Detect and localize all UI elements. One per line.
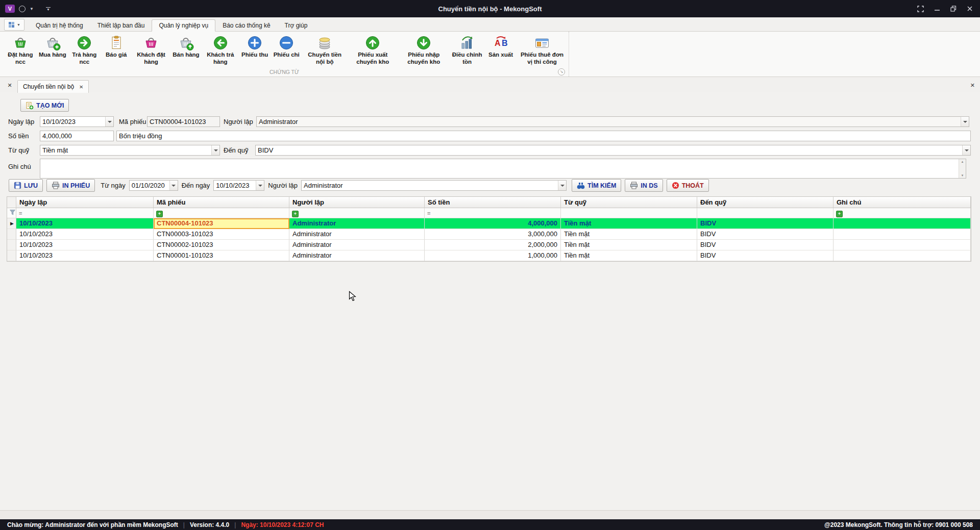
edit-filter-icon[interactable]: +	[156, 211, 163, 217]
table-row[interactable]: 10/10/2023CTN00003-101023Administrator3,…	[7, 229, 971, 240]
ribbon-item[interactable]: ABSản xuất	[485, 33, 517, 59]
grid-cell[interactable]: 1,000,000	[425, 250, 561, 261]
exit-button[interactable]: THOÁT	[667, 179, 709, 192]
close-icon[interactable]	[967, 6, 973, 12]
filter-cell[interactable]: =	[16, 208, 154, 218]
creator-combo[interactable]: Administrator	[256, 116, 969, 127]
ribbon-item[interactable]: Điều chỉnh tồn	[449, 33, 485, 66]
grid-cell[interactable]: Tiền mặt	[561, 250, 697, 261]
grid-cell[interactable]: Administrator	[289, 250, 425, 261]
grid-cell[interactable]: Tiền mặt	[561, 229, 697, 240]
ribbon-item[interactable]: Trả hàng ncc	[68, 33, 101, 66]
restore-icon[interactable]	[950, 6, 957, 12]
filter-cell[interactable]: +	[834, 208, 971, 218]
ribbon-tab[interactable]: Quản trị hệ thống	[29, 19, 90, 32]
scroll-arrows-icon[interactable]: ▲▼	[959, 159, 966, 178]
grid-cell[interactable]	[834, 229, 971, 240]
grid-cell[interactable]: 4,000,000	[425, 218, 561, 229]
table-row[interactable]: ▶10/10/2023CTN00004-101023Administrator4…	[7, 218, 971, 229]
grid-cell[interactable]: 10/10/2023	[16, 240, 154, 250]
equals-filter-icon[interactable]: =	[427, 210, 430, 216]
ribbon-item[interactable]: Phiếu thuê đơn vị thi công	[517, 33, 568, 66]
edit-filter-icon[interactable]: +	[836, 211, 843, 217]
ribbon-item[interactable]: Bán hàng	[170, 33, 202, 59]
filter-cell[interactable]: +	[289, 208, 425, 218]
date-combo[interactable]: 10/10/2023	[40, 116, 114, 127]
search-creator-combo[interactable]: Administrator	[301, 180, 567, 191]
ribbon-item[interactable]: Chuyển tiền nội bộ	[302, 33, 347, 66]
grid-cell[interactable]: Administrator	[289, 229, 425, 240]
column-header[interactable]: Từ quỹ	[561, 197, 697, 208]
grid-cell[interactable]: 3,000,000	[425, 229, 561, 240]
from-fund-combo[interactable]: Tiền mặt	[40, 145, 220, 156]
dropdown-arrow-icon[interactable]	[256, 181, 264, 190]
amount-input[interactable]	[40, 131, 114, 141]
ribbon-item[interactable]: Phiếu xuất chuyển kho	[347, 33, 398, 66]
fit-screen-icon[interactable]	[917, 6, 924, 12]
ribbon-item[interactable]: Phiếu nhập chuyển kho	[398, 33, 449, 66]
note-textarea[interactable]	[40, 159, 966, 179]
grid-cell[interactable]: CTN00002-101023	[154, 240, 289, 250]
column-header[interactable]: Mã phiếu	[154, 197, 289, 208]
group-dialog-launcher-icon[interactable]: ↘	[558, 68, 565, 75]
filter-cell[interactable]	[697, 208, 834, 218]
close-tab-left-icon[interactable]: ✕	[5, 81, 14, 90]
close-tab-right-icon[interactable]: ✕	[970, 82, 975, 89]
dropdown-arrow-icon[interactable]	[211, 145, 219, 155]
ribbon-tab[interactable]: Báo cáo thống kê	[215, 19, 277, 32]
grid-cell[interactable]: CTN00004-101023	[154, 218, 289, 229]
from-date-combo[interactable]: 01/10/2020	[129, 180, 178, 191]
grid-cell[interactable]: CTN00001-101023	[154, 250, 289, 261]
column-header[interactable]: Ngày lập	[16, 197, 154, 208]
ribbon-item[interactable]: Phiếu thu	[239, 33, 271, 59]
grid-cell[interactable]: 10/10/2023	[16, 250, 154, 261]
ribbon-item[interactable]: Khách đặt hàng	[132, 33, 170, 66]
grid-cell[interactable]: 2,000,000	[425, 240, 561, 250]
grid-cell[interactable]: 10/10/2023	[16, 229, 154, 240]
grid-cell[interactable]: Administrator	[289, 218, 425, 229]
ribbon-tab[interactable]: Thiết lập ban đầu	[90, 19, 152, 32]
create-new-button[interactable]: TẠO MỚI	[20, 99, 69, 112]
grid-cell[interactable]	[834, 240, 971, 250]
tab-close-icon[interactable]: ✕	[79, 84, 83, 90]
column-header[interactable]: Đến quỹ	[697, 197, 834, 208]
grid-cell[interactable]: CTN00003-101023	[154, 229, 289, 240]
search-button[interactable]: TÌM KIẾM	[572, 179, 621, 192]
to-date-combo[interactable]: 10/10/2023	[213, 180, 264, 191]
print-list-button[interactable]: IN DS	[625, 179, 663, 192]
ribbon-tab[interactable]: Quản lý nghiệp vụ	[152, 19, 215, 32]
save-button[interactable]: LƯU	[9, 179, 43, 192]
column-header[interactable]: Số tiền	[425, 197, 561, 208]
grid-cell[interactable]: 10/10/2023	[16, 218, 154, 229]
tab-chuyen-tien-noi-bo[interactable]: Chuyển tiền nội bộ ✕	[17, 80, 89, 93]
dropdown-arrow-icon[interactable]	[169, 181, 178, 190]
ribbon-tab[interactable]: Trợ giúp	[278, 19, 315, 32]
edit-filter-icon[interactable]: +	[292, 211, 299, 217]
column-header[interactable]: Người lập	[289, 197, 425, 208]
amount-words-input[interactable]	[116, 131, 971, 141]
grid-cell[interactable]: BIDV	[697, 240, 834, 250]
ribbon-item[interactable]: Khách trả hàng	[202, 33, 239, 66]
column-header[interactable]: Ghi chú	[834, 197, 971, 208]
print-voucher-button[interactable]: IN PHIẾU	[46, 179, 95, 192]
table-row[interactable]: 10/10/2023CTN00002-101023Administrator2,…	[7, 240, 971, 250]
chevron-down-icon[interactable]: ▼	[30, 7, 34, 11]
dropdown-arrow-icon[interactable]	[962, 145, 970, 155]
grid-cell[interactable]	[834, 250, 971, 261]
grid-cell[interactable]: Tiền mặt	[561, 218, 697, 229]
ribbon-item[interactable]: Báo giá	[101, 33, 132, 59]
equals-filter-icon[interactable]: =	[19, 210, 22, 216]
record-circle-icon[interactable]	[19, 6, 26, 12]
quick-access-customize-icon[interactable]: ▼	[46, 7, 51, 11]
app-logo-icon[interactable]: V	[5, 5, 15, 13]
ribbon-item[interactable]: Mua hàng	[37, 33, 68, 59]
dropdown-arrow-icon[interactable]	[105, 117, 113, 127]
grid-cell[interactable]	[834, 218, 971, 229]
filter-cell[interactable]: +	[154, 208, 289, 218]
grid-cell[interactable]: Administrator	[289, 240, 425, 250]
grid-cell[interactable]: BIDV	[697, 250, 834, 261]
dropdown-arrow-icon[interactable]	[558, 181, 566, 190]
grid-cell[interactable]: Tiền mặt	[561, 240, 697, 250]
to-fund-combo[interactable]: BIDV	[255, 145, 971, 156]
ribbon-item[interactable]: Đặt hàng ncc	[4, 33, 37, 66]
